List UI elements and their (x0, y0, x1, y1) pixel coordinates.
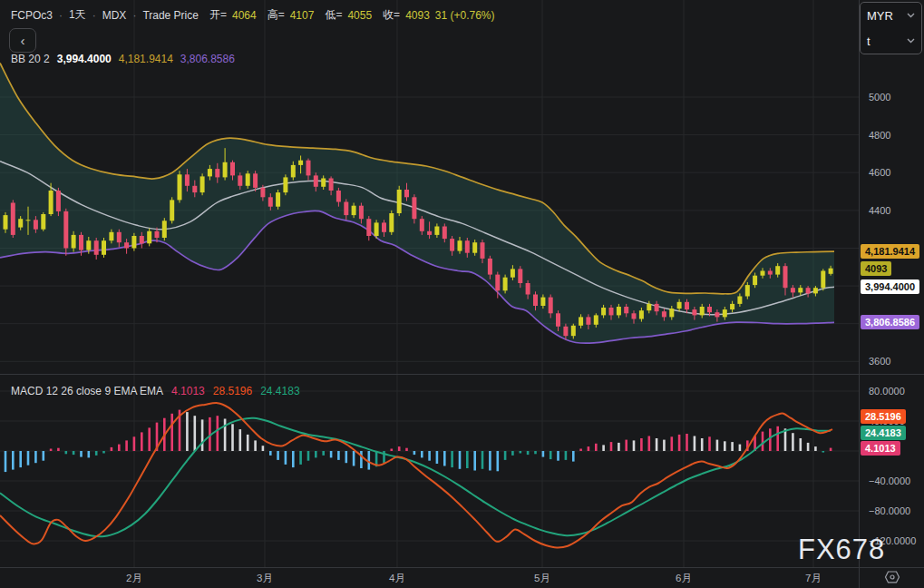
change-value: 31 (+0.76%) (435, 9, 495, 22)
macd-label-chip: 28.5196 (861, 409, 906, 424)
currency-selector[interactable]: MYR (861, 3, 921, 28)
chevron-down-icon (907, 13, 915, 18)
chevron-left-icon: ‹ (21, 34, 25, 47)
high-label: 高= (267, 7, 285, 23)
macd-label-chip: 24.4183 (861, 426, 906, 440)
interval-label[interactable]: 1天 (69, 7, 86, 23)
macd-tick: −80.0000 (869, 505, 910, 516)
price-tick: 4600 (869, 167, 890, 178)
close-label: 收= (383, 7, 400, 23)
currency-value: MYR (867, 9, 907, 23)
price-label-chip: 4,181.9414 (861, 244, 919, 259)
macd-signal-value: 24.4183 (260, 385, 299, 397)
macd-label-chip: 4.1013 (861, 441, 900, 456)
macd-line-value: 28.5196 (213, 385, 252, 397)
month-label: 5月 (534, 571, 550, 584)
hexagon-dot-icon (884, 570, 900, 584)
watermark: FX678 (798, 534, 885, 566)
bb-title[interactable]: BB 20 2 (11, 53, 50, 65)
macd-title[interactable]: MACD 12 26 close 9 EMA EMA (11, 385, 163, 397)
symbol-name[interactable]: FCPOc3 (11, 9, 53, 22)
high-value: 4107 (290, 9, 315, 22)
price-tick: 5000 (869, 92, 890, 103)
price-tick: 3600 (869, 356, 890, 367)
back-button[interactable]: ‹ (9, 28, 36, 53)
separator-dot: · (92, 9, 96, 22)
exchange-label: MDX (102, 9, 127, 22)
unit-value: t (867, 34, 907, 48)
open-label: 开= (209, 7, 227, 23)
series-type-label: Trade Price (142, 9, 199, 22)
currency-unit-box: MYR t (860, 2, 922, 54)
trading-chart-window: FCPOc3 · 1天 · MDX · Trade Price 开=4064 高… (0, 0, 924, 588)
price-axis[interactable]: 500048004600440042004000380036004,181.94… (859, 0, 924, 374)
bb-lower-value: 3,806.8586 (180, 53, 235, 65)
macd-hist-value: 4.1013 (171, 385, 205, 397)
macd-tick: −40.0000 (869, 475, 910, 486)
chart-canvas[interactable] (0, 0, 924, 588)
chart-properties-button[interactable] (880, 568, 904, 586)
macd-tick: 80.0000 (869, 386, 905, 397)
month-label: 3月 (257, 571, 273, 584)
month-label: 2月 (126, 571, 142, 584)
price-tick: 4400 (869, 205, 890, 216)
separator-dot: · (59, 9, 63, 22)
price-label-chip: 3,994.4000 (861, 279, 919, 294)
month-label: 4月 (389, 571, 405, 584)
month-label: 6月 (676, 571, 692, 584)
bb-upper-value: 4,181.9414 (119, 53, 173, 65)
bollinger-legend: BB 20 2 3,994.4000 4,181.9414 3,806.8586 (11, 53, 235, 65)
chevron-down-icon (907, 38, 915, 44)
price-label-chip: 3,806.8586 (861, 315, 919, 329)
unit-selector[interactable]: t (861, 28, 921, 54)
low-value: 4055 (347, 9, 372, 22)
symbol-header: FCPOc3 · 1天 · MDX · Trade Price 开=4064 高… (11, 7, 495, 23)
macd-legend: MACD 12 26 close 9 EMA EMA 4.1013 28.519… (11, 385, 300, 397)
open-value: 4064 (232, 9, 257, 22)
time-axis[interactable]: 2月3月4月5月6月7月 (0, 567, 859, 588)
bb-basis-value: 3,994.4000 (57, 53, 112, 65)
low-label: 低= (325, 7, 342, 23)
month-label: 7月 (805, 571, 822, 584)
price-tick: 4800 (869, 130, 890, 141)
close-value: 4093 (405, 9, 430, 22)
separator-dot: · (132, 9, 136, 22)
price-label-chip: 4093 (861, 261, 891, 276)
